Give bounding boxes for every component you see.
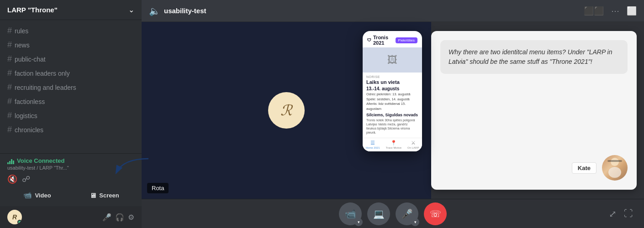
user-controls: 🎤 🎧 ⚙ (102, 213, 134, 222)
call-controls: 📹 ▾ 💻 🎤 ▾ ☏ ⤢ ⛶ (142, 199, 644, 228)
sidebar-item-rules[interactable]: # rules (0, 24, 142, 38)
hash-icon: # (7, 97, 12, 106)
channel-label: recruiting and leaders (15, 84, 76, 91)
mobile-action-button[interactable]: Piekrišties (396, 37, 417, 43)
hash-icon: # (7, 83, 12, 92)
video-grid: ℛ Rota 🛡 Tronis 2021 Piekrišties 🖼 NORIS (142, 22, 431, 199)
hash-icon: # (7, 111, 12, 120)
image-icon: 🖼 (387, 54, 397, 66)
server-name: LARP "Throne" (7, 6, 58, 14)
mobile-app-title: 🛡 Tronis 2021 (367, 35, 396, 46)
camera-chevron-icon[interactable]: ▾ (354, 218, 363, 226)
hash-icon: # (7, 26, 12, 36)
channel-label: faction leaders only (15, 70, 70, 77)
channel-name: usability-test (164, 7, 206, 15)
right-controls: ⤢ ⛶ (609, 208, 633, 219)
kate-person-svg (606, 156, 624, 179)
chevron-down-icon[interactable]: ⌄ (128, 5, 134, 14)
speaker-icon: 🔈 (149, 5, 160, 16)
mobile-details: Odrec piekriden: 13. augustā Spele: sest… (366, 92, 418, 111)
mobile-location-title: Silciems, Siguldas novads (366, 113, 418, 117)
svg-rect-2 (607, 160, 622, 162)
channel-title-area: 🔈 usability-test (149, 5, 206, 16)
mobile-content: NORISE Laiks un vieta 13.-14. augusts Od… (363, 73, 422, 138)
voice-disconnect-button[interactable]: ☍ (22, 174, 30, 184)
mic-control-wrapper: 🎤 ▾ (396, 202, 418, 225)
screen-share-control-wrapper: 💻 (367, 202, 390, 225)
mobile-event-title: Laiks un vieta (366, 79, 418, 85)
expand-button[interactable]: ⤢ (609, 208, 617, 219)
more-options-button[interactable]: ⋯ (611, 6, 619, 16)
mobile-app-header: 🛡 Tronis 2021 Piekrišties (363, 31, 422, 47)
sidebar-item-chronicles[interactable]: # chronicles (0, 123, 142, 137)
camera-icon: 📹 (345, 208, 356, 219)
rota-name-label: Rota (147, 183, 169, 193)
mobile-nav-on-larp[interactable]: ⚔ On LARP (407, 140, 419, 149)
sidebar-item-public-chat[interactable]: # public-chat (0, 52, 142, 66)
video-button[interactable]: 📹 Video (4, 188, 71, 202)
rota-avatar: ℛ (268, 92, 305, 129)
mobile-nav-trace[interactable]: 📍 Trace Motive (386, 140, 401, 149)
sidebar-item-faction-leaders[interactable]: # faction leaders only (0, 66, 142, 80)
mic-button[interactable]: 🎤 (102, 213, 111, 222)
user-bar: R 🎤 🎧 ⚙ (0, 206, 142, 228)
hash-icon: # (7, 54, 12, 64)
mobile-nav-home[interactable]: ☰ Home 2021 (366, 140, 380, 149)
mobile-date: 13.-14. augusts (366, 86, 418, 91)
sidebar-item-factionless[interactable]: # factionless (0, 94, 142, 109)
screen-share-button[interactable]: 🖥 Screen (71, 188, 138, 202)
channel-header: 🔈 usability-test ⬛⬛ ⋯ ⬜ (142, 0, 644, 22)
kate-avatar-image (602, 155, 628, 181)
hash-icon: # (7, 68, 12, 78)
server-header[interactable]: LARP "Throne" ⌄ (0, 0, 142, 20)
status-dot (17, 220, 22, 224)
mobile-screen-overlay: 🛡 Tronis 2021 Piekrišties 🖼 NORISE Laiks… (363, 31, 422, 151)
mic-icon: 🎤 (401, 208, 413, 219)
camera-icon: 📹 (23, 191, 32, 199)
kate-avatar (602, 155, 628, 181)
comment-bubble: Why there are two identitcal menu items?… (440, 40, 628, 74)
channel-label: factionless (15, 98, 45, 105)
header-actions: ⬛⬛ ⋯ ⬜ (584, 6, 637, 16)
end-call-button[interactable]: ☏ (424, 202, 447, 225)
hash-icon: # (7, 125, 12, 135)
user-info: R (7, 210, 22, 224)
comment-user-area: Kate (440, 155, 628, 181)
voice-mute-button[interactable]: 🔇 (7, 174, 17, 184)
main-content: 🔈 usability-test ⬛⬛ ⋯ ⬜ ℛ Rota 🛡 Tronis (142, 0, 644, 228)
channel-label: chronicles (15, 126, 43, 134)
channel-label: news (15, 41, 30, 49)
call-area: ℛ Rota 🛡 Tronis 2021 Piekrišties 🖼 NORIS (142, 22, 644, 199)
voice-bars-icon (7, 158, 14, 164)
mobile-description: Tronis notek 30ha spēles poligonā Latvij… (366, 118, 418, 135)
screen-share-control-button[interactable]: 💻 (367, 202, 390, 225)
sidebar-item-recruiting[interactable]: # recruiting and leaders (0, 80, 142, 94)
sidebar-item-logistics[interactable]: # logistics (0, 109, 142, 123)
hash-icon: # (7, 40, 12, 50)
phone-icon: ☏ (430, 208, 441, 219)
sidebar: LARP "Throne" ⌄ # rules # news # public-… (0, 0, 142, 228)
layout-toggle-button[interactable]: ⬜ (627, 6, 637, 16)
mic-chevron-icon[interactable]: ▾ (411, 218, 419, 226)
media-buttons: 📹 Video 🖥 Screen (0, 188, 142, 206)
mobile-section-label: NORISE (366, 75, 418, 78)
svg-point-1 (608, 167, 621, 178)
channel-label: rules (15, 27, 28, 35)
headphones-button[interactable]: 🎧 (115, 213, 124, 222)
settings-button[interactable]: ⚙ (128, 213, 134, 222)
on-larp-icon: ⚔ (411, 140, 416, 146)
channels-list: # rules # news # public-chat # faction l… (0, 20, 142, 153)
mobile-image-placeholder: 🖼 (363, 47, 422, 73)
trace-icon: 📍 (391, 140, 397, 146)
comment-area: Why there are two identitcal menu items?… (431, 31, 637, 190)
sidebar-item-news[interactable]: # news (0, 38, 142, 52)
mobile-navigation: ☰ Home 2021 📍 Trace Motive ⚔ On LARP (363, 138, 422, 151)
participant-rota: ℛ (268, 92, 305, 129)
kate-name-label: Kate (572, 162, 596, 174)
fullscreen-button[interactable]: ⛶ (624, 208, 633, 219)
camera-control-wrapper: 📹 ▾ (339, 202, 362, 225)
channel-label: public-chat (15, 56, 46, 63)
channel-label: logistics (15, 112, 37, 119)
screen-icon: 🖥 (90, 192, 96, 199)
grid-view-button[interactable]: ⬛⬛ (584, 6, 604, 16)
